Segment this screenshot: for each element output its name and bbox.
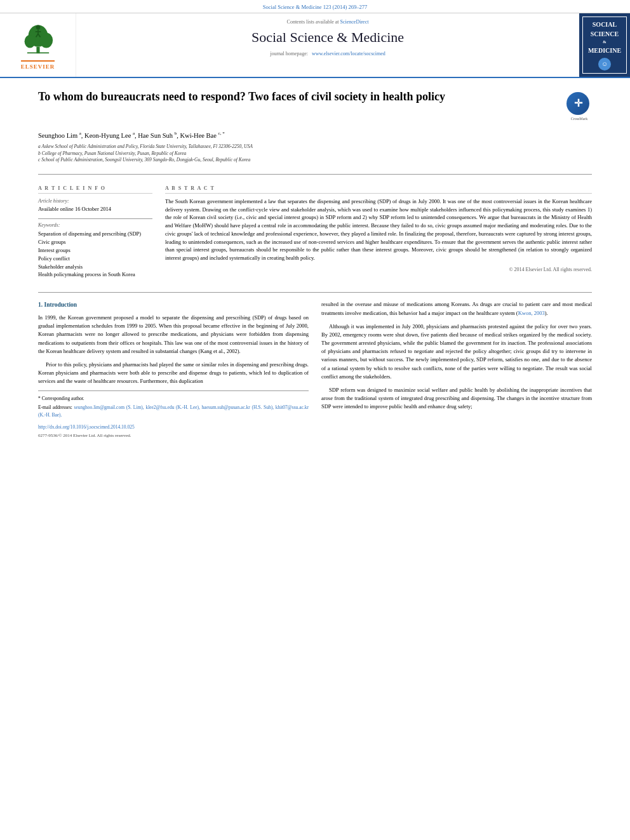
article-title-area: To whom do bureaucrats need to respond? … — [0, 78, 630, 128]
author-2-sup: a — [133, 131, 135, 136]
keyword-3: Interest groups — [38, 247, 152, 255]
journal-header: ELSEVIER Contents lists available at Sci… — [0, 13, 630, 79]
journal-reference-bar: Social Science & Medicine 123 (2014) 269… — [0, 0, 630, 13]
divider-keywords — [38, 218, 152, 219]
crossmark-icon: ✛ — [566, 92, 589, 115]
history-label: Article history: — [38, 197, 152, 204]
affiliation-3: c School of Public Administration, Soong… — [38, 157, 592, 164]
elsevier-tree-icon — [16, 20, 60, 58]
keywords-list: Separation of dispensing and prescribing… — [38, 230, 152, 279]
science-direct-line: Contents lists available at ScienceDirec… — [89, 18, 566, 25]
article-info-abstract: A R T I C L E I N F O Article history: A… — [0, 180, 630, 285]
author-names: Seunghoo Lim a, Keon-Hyung Lee a, Hae Su… — [38, 131, 592, 140]
elsevier-logo-area: ELSEVIER — [0, 13, 76, 77]
body-para-2: Prior to this policy, physicians and pha… — [38, 361, 309, 386]
keyword-5: Stakeholder analysis — [38, 263, 152, 271]
crossmark-label: CrossMark — [566, 116, 592, 121]
homepage-url[interactable]: www.elsevier.com/locate/socscimed — [312, 51, 385, 57]
author-3-sup: b — [175, 131, 177, 136]
journal-logo-right: SOCIAL SCIENCE & MEDICINE ☺ — [579, 13, 630, 77]
abstract-copyright: © 2014 Elsevier Ltd. All rights reserved… — [165, 266, 592, 273]
divider-1 — [38, 174, 592, 175]
footnote-area: * Corresponding author. E-mail addresses… — [38, 390, 309, 418]
doi-line: http://dx.doi.org/10.1016/j.socscimed.20… — [38, 423, 309, 431]
body-para-3: resulted in the overuse and misuse of me… — [321, 300, 592, 317]
email-label: E-mail addresses: — [38, 404, 72, 410]
affiliations: a Askew School of Public Administration … — [38, 143, 592, 164]
issn-line: 0277-9536/© 2014 Elsevier Ltd. All right… — [38, 432, 309, 439]
body-para-1: In 1999, the Korean government proposed … — [38, 314, 309, 356]
keywords-label: Keywords: — [38, 222, 152, 229]
contents-text: Contents lists available at — [287, 19, 339, 25]
svg-point-5 — [36, 25, 40, 29]
brand-line-1: SOCIAL — [586, 20, 624, 29]
article-title: To whom do bureaucrats need to respond? … — [38, 90, 566, 104]
article-info-heading: A R T I C L E I N F O — [38, 185, 152, 194]
history-value: Available online 16 October 2014 — [38, 206, 152, 213]
svg-point-3 — [24, 35, 35, 48]
crossmark-badge[interactable]: ✛ CrossMark — [566, 92, 592, 121]
svg-point-4 — [39, 32, 53, 48]
footnote-email-line: E-mail addresses: seunghoo.lim@gmail.com… — [38, 404, 309, 418]
email-values: seunghoo.lim@gmail.com (S. Lim), klee2@f… — [38, 404, 309, 418]
body-text-area: 1. Introduction In 1999, the Korean gove… — [0, 293, 630, 446]
author-1-sup: a — [79, 131, 81, 136]
brand-icon: ☺ — [598, 58, 611, 70]
article-info-col: A R T I C L E I N F O Article history: A… — [38, 185, 152, 280]
body-para-5: SDP reform was designed to maximize soci… — [321, 386, 592, 411]
section-1-title: 1. Introduction — [38, 300, 309, 310]
abstract-text: The South Korean government implemented … — [165, 197, 592, 262]
page: Social Science & Medicine 123 (2014) 269… — [0, 0, 630, 840]
author-4: Kwi-Hee Bae — [180, 131, 217, 138]
keyword-4: Policy conflict — [38, 255, 152, 263]
elsevier-brand-text: ELSEVIER — [21, 60, 55, 71]
authors-area: Seunghoo Lim a, Keon-Hyung Lee a, Hae Su… — [0, 128, 630, 169]
author-3: Hae Sun Suh — [138, 131, 173, 138]
homepage-label: journal homepage: — [270, 51, 308, 57]
keyword-6: Health policymaking process in South Kor… — [38, 271, 152, 279]
journal-title: Social Science & Medicine — [89, 28, 566, 48]
brand-line-3: & — [586, 39, 624, 46]
body-col-left: 1. Introduction In 1999, the Korean gove… — [38, 300, 309, 439]
footnote-corresponding: * Corresponding author. — [38, 395, 309, 403]
body-para-4: Although it was implemented in July 2000… — [321, 323, 592, 381]
author-1: Seunghoo Lim — [38, 131, 77, 138]
journal-reference: Social Science & Medicine 123 (2014) 269… — [263, 4, 367, 10]
brand-line-2: SCIENCE — [586, 29, 624, 39]
keyword-1: Separation of dispensing and prescribing… — [38, 230, 152, 238]
keyword-2: Civic groups — [38, 239, 152, 246]
journal-homepage-line: journal homepage: www.elsevier.com/locat… — [89, 50, 566, 57]
svg-rect-1 — [27, 52, 48, 53]
citation-kwon[interactable]: Kwon, 2003 — [518, 310, 545, 316]
author-4-sup: c, * — [218, 131, 225, 136]
doi-link[interactable]: http://dx.doi.org/10.1016/j.socscimed.20… — [38, 424, 135, 430]
journal-brand-box: SOCIAL SCIENCE & MEDICINE ☺ — [582, 17, 627, 74]
abstract-heading: A B S T R A C T — [165, 185, 592, 194]
journal-header-center: Contents lists available at ScienceDirec… — [76, 13, 579, 77]
science-direct-link[interactable]: ScienceDirect — [340, 19, 369, 25]
affiliation-1: a Askew School of Public Administration … — [38, 143, 592, 150]
body-col-right: resulted in the overuse and misuse of me… — [321, 300, 592, 439]
affiliation-2: b College of Pharmacy, Pusan National Un… — [38, 150, 592, 157]
brand-line-4: MEDICINE — [586, 46, 624, 55]
brand-icon-symbol: ☺ — [601, 59, 608, 69]
author-2: Keon-Hyung Lee — [84, 131, 131, 138]
abstract-col: A B S T R A C T The South Korean governm… — [165, 185, 592, 280]
